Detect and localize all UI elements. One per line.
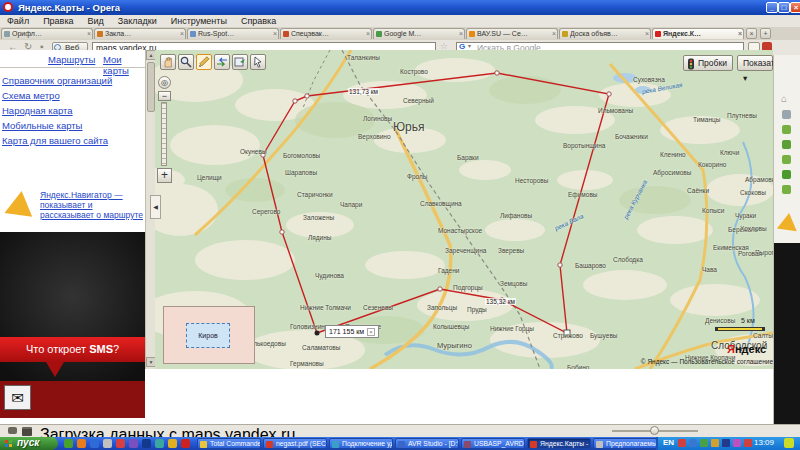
new-tab-button[interactable]: + (760, 28, 771, 39)
tab-close-icon[interactable]: × (738, 29, 742, 38)
title-bar[interactable]: Яндекс.Карты - Opera _ □ × (0, 0, 800, 15)
menu-item-Вид[interactable]: Вид (81, 15, 111, 27)
taskbar-button[interactable]: Подключение уда... (329, 438, 393, 449)
zoom-slider-track[interactable] (161, 102, 167, 166)
map-canvas[interactable]: ЮрьяТаланкиныКостровоСеверныйЛогиновыВер… (155, 50, 773, 369)
tab-close-icon[interactable]: × (552, 29, 556, 38)
tray-icon[interactable] (678, 439, 686, 447)
route-vertex[interactable] (305, 94, 309, 98)
menu-item-Справка[interactable]: Справка (234, 15, 283, 27)
tab-close-icon[interactable]: × (180, 29, 184, 38)
tray-icon[interactable] (733, 439, 741, 447)
browser-tab[interactable]: Яндекс.К…× (652, 28, 744, 39)
sidebar-collapse-button[interactable]: ◀ (150, 195, 161, 219)
quick-launch-icon[interactable] (103, 439, 112, 448)
locate-button[interactable]: ◎ (158, 76, 171, 89)
route-vertex[interactable] (438, 287, 442, 291)
ruler-tool-button[interactable] (196, 54, 212, 70)
ad-ribbon[interactable]: Что откроет SMS? (0, 337, 145, 362)
route-total-close-icon[interactable]: × (367, 328, 375, 336)
menu-item-Файл[interactable]: Файл (0, 15, 36, 27)
close-button[interactable]: × (790, 2, 800, 13)
envelope-icon[interactable]: ✉ (4, 385, 31, 410)
taskbar-button[interactable]: Предполагаемый... (593, 438, 657, 449)
tab-close-icon[interactable]: × (273, 29, 277, 38)
tray-extra-icon[interactable] (784, 438, 794, 448)
map-copyright[interactable]: © Яндекс — Пользовательское соглашение (625, 358, 773, 365)
tray-icon[interactable] (744, 439, 752, 447)
quick-launch-icon[interactable] (90, 439, 99, 448)
route-vertex[interactable] (607, 92, 611, 96)
tray-icon[interactable] (722, 439, 730, 447)
browser-tab[interactable]: Закла…× (94, 28, 186, 39)
map-label: Земцовы (500, 280, 527, 287)
quick-launch-icon[interactable] (168, 439, 177, 448)
minimap-viewport-box[interactable]: Киров (186, 323, 230, 348)
quick-launch-icon[interactable] (155, 439, 164, 448)
export-tool-button[interactable] (232, 54, 248, 70)
menu-item-Инструменты[interactable]: Инструменты (164, 15, 234, 27)
sidebar-tab[interactable]: Мои карты (103, 54, 145, 76)
tray-icon[interactable] (689, 439, 697, 447)
tab-close-icon[interactable]: × (645, 29, 649, 38)
route-vertex[interactable] (558, 263, 562, 267)
pan-tool-button[interactable] (160, 54, 176, 70)
quick-launch-icon[interactable] (129, 439, 138, 448)
menu-item-Закладки[interactable]: Закладки (111, 15, 164, 27)
sidebar-link[interactable]: Справочник организаций (2, 75, 112, 86)
sidebar-link[interactable]: Народная карта (2, 105, 73, 116)
quick-launch-icon[interactable] (77, 439, 86, 448)
sidebar-link[interactable]: Схема метро (2, 90, 60, 101)
tab-close-icon[interactable]: × (459, 29, 463, 38)
maximize-button[interactable]: □ (778, 2, 790, 13)
browser-tab[interactable]: Rus-Spot…× (187, 28, 279, 39)
sidebar-link[interactable]: Карта для вашего сайта (2, 135, 108, 146)
minimize-button[interactable]: _ (766, 2, 778, 13)
browser-tab[interactable]: Орифл…× (1, 28, 93, 39)
zoom-out-button[interactable]: − (158, 91, 171, 101)
traffic-light-icon (687, 58, 695, 70)
taskbar-button[interactable]: USBASP_AVRDUDE... (461, 438, 525, 449)
browser-tab[interactable]: Доска объяв…× (559, 28, 651, 39)
tray-icon[interactable] (700, 439, 708, 447)
ad-banner[interactable]: Что откроет SMS? ✉ (0, 232, 145, 418)
zoom-in-button[interactable]: + (157, 168, 172, 183)
taskbar-button[interactable]: Total Commander 7... (197, 438, 261, 449)
routes-tool-button[interactable] (214, 54, 230, 70)
browser-tab[interactable]: Спецэвак…× (280, 28, 372, 39)
overview-minimap[interactable]: Киров (163, 306, 255, 364)
quick-launch-icon[interactable] (142, 439, 151, 448)
close-tab-button[interactable]: × (746, 28, 757, 39)
quick-launch-icon[interactable] (116, 439, 125, 448)
page-zoom-thumb[interactable] (650, 426, 659, 435)
search-engine-dropdown-icon[interactable]: ▾ (468, 42, 471, 49)
map-label: Бушуевы (590, 332, 618, 339)
route-vertex[interactable] (315, 331, 320, 336)
sidebar-tab[interactable]: Маршруты (48, 54, 95, 65)
tab-close-icon[interactable]: × (366, 29, 370, 38)
language-indicator[interactable]: EN (663, 438, 674, 447)
quick-launch-icon[interactable] (64, 439, 73, 448)
browser-tab[interactable]: Google М…× (373, 28, 465, 39)
pointer-tool-button[interactable] (250, 54, 266, 70)
zoom-tool-button[interactable] (178, 54, 194, 70)
show-dropdown-button[interactable]: Показать ▾ (737, 55, 773, 71)
scrollbar-thumb[interactable] (147, 62, 155, 112)
tab-close-icon[interactable]: × (87, 29, 91, 38)
menu-item-Правка[interactable]: Правка (36, 15, 80, 27)
quick-launch-icon[interactable] (181, 439, 190, 448)
navigator-promo-link[interactable]: Яндекс.Навигатор — показывает и рассказы… (40, 190, 146, 220)
taskbar-button[interactable]: AVR Studio - [D:\A... (395, 438, 459, 449)
route-vertex[interactable] (280, 230, 284, 234)
tray-icon[interactable] (711, 439, 719, 447)
route-vertex[interactable] (293, 99, 297, 103)
route-total-label[interactable]: 171 155 км× (325, 325, 379, 338)
start-button[interactable]: пуск (0, 437, 58, 450)
taskbar-button[interactable]: Яндекс.Карты - О... (527, 438, 591, 449)
taskbar-button[interactable]: negast.pdf (SECUR... (263, 438, 327, 449)
sidebar-link[interactable]: Мобильные карты (2, 120, 82, 131)
browser-tab[interactable]: ВАУ.SU — Се…× (466, 28, 558, 39)
route-vertex[interactable] (495, 71, 499, 75)
map-label: Логиновы (363, 115, 392, 122)
traffic-button[interactable]: Пробки (683, 55, 733, 71)
